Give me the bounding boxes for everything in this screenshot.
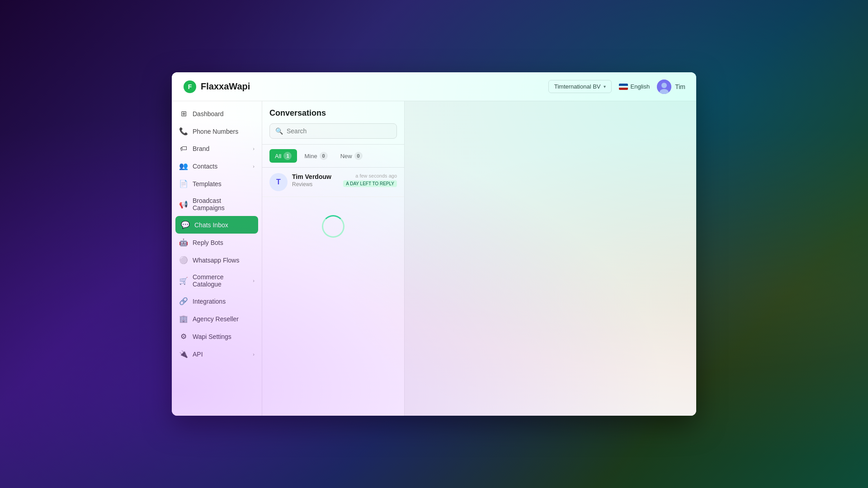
tab-badge-mine: 0 — [320, 152, 328, 160]
svg-text:F: F — [188, 83, 192, 90]
nav-icon-templates: 📄 — [179, 179, 188, 188]
content-area: Conversations 🔍 All 1 Mine 0 New 0 — [262, 101, 696, 416]
chevron-down-icon: ▾ — [604, 84, 606, 89]
conv-preview: Reviews — [292, 181, 339, 188]
conv-avatar: T — [269, 173, 288, 191]
tab-badge-new: 0 — [354, 152, 363, 160]
nav-label-brand: Brand — [193, 145, 248, 152]
main-layout: ⊞ Dashboard 📞 Phone Numbers 🏷 Brand › 👥 … — [172, 101, 696, 416]
conversations-body: T Tim Verdouw Reviews a few seconds ago … — [262, 168, 404, 416]
flag-icon — [619, 84, 628, 90]
conversations-panel: Conversations 🔍 All 1 Mine 0 New 0 — [262, 101, 405, 416]
nav-icon-whatsapp-flows: ⚪ — [179, 256, 188, 264]
nav-icon-integrations: 🔗 — [179, 297, 188, 305]
tab-all[interactable]: All 1 — [269, 149, 297, 163]
nav-icon-commerce-catalogue: 🛒 — [179, 277, 188, 285]
org-name: Timternational BV — [554, 83, 601, 90]
tabs-row: All 1 Mine 0 New 0 — [262, 145, 404, 168]
sidebar-item-commerce-catalogue[interactable]: 🛒 Commerce Catalogue › — [172, 269, 262, 292]
header: F FlaxxaWapi Timternational BV ▾ English — [172, 72, 696, 101]
search-box[interactable]: 🔍 — [269, 123, 397, 139]
tab-mine[interactable]: Mine 0 — [299, 149, 333, 163]
sidebar-item-whatsapp-flows[interactable]: ⚪ Whatsapp Flows — [172, 251, 262, 269]
logo-icon: F — [183, 80, 197, 94]
nav-label-agency-reseller: Agency Reseller — [193, 315, 255, 323]
header-right: Timternational BV ▾ English Tim — [548, 80, 685, 94]
tab-label-mine: Mine — [304, 153, 317, 160]
conversations-title: Conversations — [269, 108, 397, 118]
conversations-list: T Tim Verdouw Reviews a few seconds ago … — [262, 168, 404, 197]
user-name: Tim — [675, 83, 685, 90]
conv-info: Tim Verdouw Reviews — [292, 173, 339, 188]
language-label: English — [631, 83, 650, 90]
sidebar-item-integrations[interactable]: 🔗 Integrations — [172, 292, 262, 310]
tab-label-new: New — [340, 153, 352, 160]
tab-label-all: All — [275, 153, 281, 160]
sidebar-item-chats-inbox[interactable]: 💬 Chats Inbox — [175, 216, 258, 234]
nav-icon-wapi-settings: ⚙ — [179, 332, 188, 341]
app-title: FlaxxaWapi — [201, 81, 250, 92]
nav-label-commerce-catalogue: Commerce Catalogue — [193, 273, 248, 288]
chevron-icon-commerce-catalogue: › — [253, 278, 255, 283]
chevron-icon-brand: › — [253, 146, 255, 151]
sidebar-item-wapi-settings[interactable]: ⚙ Wapi Settings — [172, 328, 262, 345]
nav-label-templates: Templates — [193, 180, 255, 188]
nav-label-wapi-settings: Wapi Settings — [193, 333, 255, 340]
avatar — [657, 80, 671, 94]
loading-spinner — [322, 215, 344, 238]
nav-icon-brand: 🏷 — [179, 145, 188, 153]
nav-icon-reply-bots: 🤖 — [179, 238, 188, 247]
conversation-item[interactable]: T Tim Verdouw Reviews a few seconds ago … — [262, 168, 404, 197]
tab-badge-all: 1 — [283, 152, 292, 160]
search-icon: 🔍 — [275, 127, 283, 135]
sidebar-item-reply-bots[interactable]: 🤖 Reply Bots — [172, 234, 262, 251]
tab-new[interactable]: New 0 — [335, 149, 368, 163]
nav-label-chats-inbox: Chats Inbox — [194, 221, 253, 229]
nav-label-integrations: Integrations — [193, 298, 255, 305]
main-content — [405, 101, 696, 416]
sidebar-item-contacts[interactable]: 👥 Contacts › — [172, 157, 262, 175]
conv-time: a few seconds ago — [355, 173, 397, 178]
nav-icon-phone-numbers: 📞 — [179, 127, 188, 136]
nav-icon-broadcast-campaigns: 📢 — [179, 200, 188, 209]
sidebar-item-dashboard[interactable]: ⊞ Dashboard — [172, 105, 262, 122]
nav-icon-contacts: 👥 — [179, 162, 188, 170]
sidebar-item-api[interactable]: 🔌 API › — [172, 345, 262, 363]
sidebar-item-phone-numbers[interactable]: 📞 Phone Numbers — [172, 122, 262, 140]
nav-label-reply-bots: Reply Bots — [193, 239, 255, 246]
nav-label-phone-numbers: Phone Numbers — [193, 128, 255, 135]
nav-icon-chats-inbox: 💬 — [181, 221, 190, 229]
nav-label-dashboard: Dashboard — [193, 110, 255, 117]
conv-meta: a few seconds ago A DAY LEFT TO REPLY — [343, 173, 397, 187]
conv-name: Tim Verdouw — [292, 173, 339, 180]
chevron-icon-api: › — [253, 352, 255, 357]
search-input[interactable] — [287, 127, 391, 135]
sidebar-item-broadcast-campaigns[interactable]: 📢 Broadcast Campaigns — [172, 192, 262, 216]
sidebar-item-agency-reseller[interactable]: 🏢 Agency Reseller — [172, 310, 262, 328]
nav-icon-agency-reseller: 🏢 — [179, 314, 188, 323]
conv-tag: A DAY LEFT TO REPLY — [343, 180, 397, 187]
chevron-icon-contacts: › — [253, 164, 255, 169]
language-selector[interactable]: English — [619, 83, 650, 90]
sidebar-item-templates[interactable]: 📄 Templates — [172, 175, 262, 192]
svg-point-3 — [661, 83, 667, 88]
user-area[interactable]: Tim — [657, 80, 685, 94]
nav-label-broadcast-campaigns: Broadcast Campaigns — [193, 197, 255, 211]
sidebar-item-brand[interactable]: 🏷 Brand › — [172, 140, 262, 157]
panel-header: Conversations 🔍 — [262, 101, 404, 145]
nav-label-whatsapp-flows: Whatsapp Flows — [193, 257, 255, 264]
logo-area: F FlaxxaWapi — [183, 80, 250, 94]
nav-label-api: API — [193, 351, 248, 358]
nav-label-contacts: Contacts — [193, 163, 248, 170]
org-selector[interactable]: Timternational BV ▾ — [548, 80, 612, 93]
nav-icon-api: 🔌 — [179, 350, 188, 358]
nav-icon-dashboard: ⊞ — [179, 109, 188, 118]
sidebar: ⊞ Dashboard 📞 Phone Numbers 🏷 Brand › 👥 … — [172, 101, 262, 416]
